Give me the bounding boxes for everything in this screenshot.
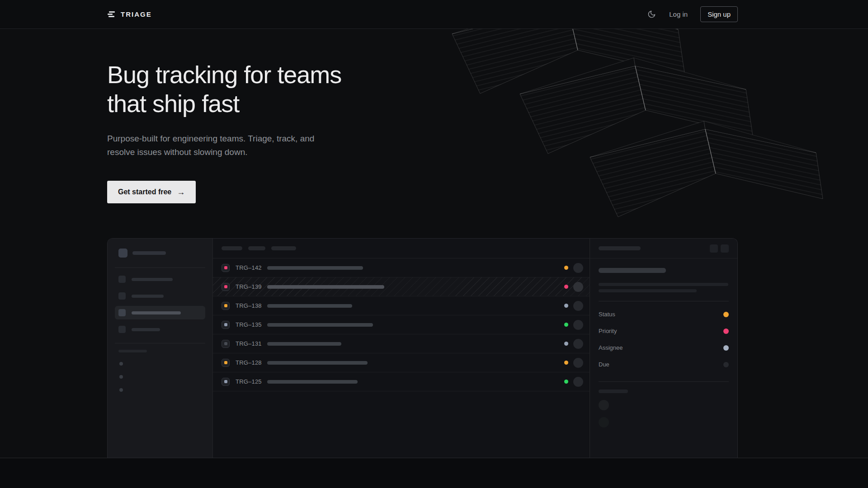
detail-title-skeleton xyxy=(599,268,666,273)
issue-id: TRG–131 xyxy=(236,340,262,347)
sidebar-nav-item xyxy=(115,289,205,303)
workspace-row xyxy=(118,249,205,258)
filter-chip-skeleton xyxy=(222,246,242,250)
assignee-avatar xyxy=(573,263,583,273)
field-label: Assignee xyxy=(599,344,623,351)
issue-row: TRG–131 xyxy=(213,334,590,353)
field-label: Status xyxy=(599,311,615,318)
nav-item-icon-placeholder xyxy=(118,326,126,333)
top-nav: TRIAGE Log in Sign up xyxy=(0,0,868,29)
issue-id: TRG–125 xyxy=(236,378,262,385)
field-label: Priority xyxy=(599,328,617,334)
issue-type-icon xyxy=(222,283,230,291)
issue-type-icon xyxy=(222,302,230,310)
detail-text-skeleton xyxy=(599,283,728,286)
get-started-button[interactable]: Get started free → xyxy=(107,181,196,203)
issue-title-skeleton xyxy=(267,285,384,289)
triage-logo-icon xyxy=(107,10,116,19)
sidebar-bullet xyxy=(119,375,123,379)
nav-item-label-skeleton xyxy=(132,311,181,314)
assignee-avatar xyxy=(573,301,583,311)
detail-fields: Status Priority Assignee xyxy=(599,306,729,373)
status-dot xyxy=(564,361,568,365)
sidebar-bullet xyxy=(119,388,123,392)
detail-field-row: Priority xyxy=(599,323,729,339)
detail-text-skeleton xyxy=(599,289,697,292)
sidebar-nav-item-active xyxy=(115,306,205,319)
detail-field-row: Assignee xyxy=(599,339,729,356)
issue-type-icon-inner xyxy=(224,285,227,288)
issue-type-icon xyxy=(222,340,230,348)
nav-item-label-skeleton xyxy=(132,278,173,281)
workspace-name-skeleton xyxy=(132,251,166,255)
detail-breadcrumb-skeleton xyxy=(599,246,641,250)
sidebar-nav-item xyxy=(115,323,205,336)
issue-type-icon xyxy=(222,264,230,272)
issue-list-panel: TRG–142 TRG–139 xyxy=(213,239,590,458)
sidebar-divider xyxy=(115,267,205,268)
arrow-right-icon: → xyxy=(177,188,185,196)
assignee-avatar xyxy=(573,320,583,330)
page-footer xyxy=(0,458,868,488)
hero-title-line-1: Bug tracking for teams xyxy=(107,60,738,89)
detail-field-row: Status xyxy=(599,306,729,323)
issue-id: TRG–142 xyxy=(236,264,262,271)
issue-title-skeleton xyxy=(267,361,368,365)
detail-divider xyxy=(599,301,729,301)
assignee-avatar xyxy=(573,358,583,368)
hero-subtitle: Purpose-built for engineering teams. Tri… xyxy=(107,132,321,159)
nav-item-icon-placeholder xyxy=(118,292,126,300)
brand-logo[interactable]: TRIAGE xyxy=(107,10,152,19)
status-dot xyxy=(564,304,568,308)
issue-title-skeleton xyxy=(267,266,363,270)
status-dot xyxy=(564,342,568,346)
issue-title-skeleton xyxy=(267,342,341,346)
issue-id: TRG–135 xyxy=(236,321,262,328)
detail-header xyxy=(590,239,737,258)
issue-row: TRG–142 xyxy=(213,258,590,277)
theme-toggle-button[interactable] xyxy=(646,9,656,19)
list-filter-bar xyxy=(213,239,590,258)
nav-item-icon-placeholder xyxy=(118,276,126,283)
detail-action-button-placeholder xyxy=(710,244,718,253)
issue-id: TRG–139 xyxy=(236,283,262,290)
filter-chip-skeleton xyxy=(248,246,265,250)
sidebar-nav-item xyxy=(115,272,205,286)
workspace-avatar xyxy=(118,249,127,258)
issue-type-icon xyxy=(222,321,230,329)
nav-item-label-skeleton xyxy=(132,328,160,331)
issue-id: TRG–138 xyxy=(236,302,262,309)
issue-row: TRG–139 xyxy=(213,277,590,296)
hero-title: Bug tracking for teams that ship fast xyxy=(107,60,738,118)
issue-row: TRG–135 xyxy=(213,315,590,334)
field-value-dot xyxy=(723,328,729,334)
issue-type-icon-inner xyxy=(224,361,227,364)
detail-divider xyxy=(599,381,729,382)
status-dot xyxy=(564,380,568,384)
activity-avatar-placeholder xyxy=(599,400,609,410)
field-value-dot xyxy=(723,312,729,317)
issue-type-icon-inner xyxy=(224,380,227,383)
activity-avatar-placeholder xyxy=(599,417,609,427)
nav-item-label-skeleton xyxy=(132,295,164,298)
mockup-sidebar xyxy=(108,239,213,458)
detail-field-row: Due xyxy=(599,356,729,373)
log-in-link[interactable]: Log in xyxy=(669,10,688,18)
sidebar-divider xyxy=(115,343,205,343)
status-dot xyxy=(564,323,568,327)
sign-up-button[interactable]: Sign up xyxy=(700,6,738,22)
assignee-avatar xyxy=(573,282,583,292)
issue-type-icon xyxy=(222,378,230,386)
issue-title-skeleton xyxy=(267,304,352,308)
issue-title-skeleton xyxy=(267,323,373,327)
moon-icon xyxy=(647,10,656,19)
issue-row: TRG–125 xyxy=(213,372,590,391)
sidebar-bullet xyxy=(119,362,123,366)
sidebar-section-skeleton xyxy=(118,350,147,352)
hero-section: Bug tracking for teams that ship fast Pu… xyxy=(0,29,868,458)
status-dot xyxy=(564,285,568,289)
field-value-dot xyxy=(723,345,729,351)
app-preview-mockup: TRG–142 TRG–139 xyxy=(107,238,738,458)
issue-row: TRG–138 xyxy=(213,296,590,315)
assignee-avatar xyxy=(573,377,583,387)
